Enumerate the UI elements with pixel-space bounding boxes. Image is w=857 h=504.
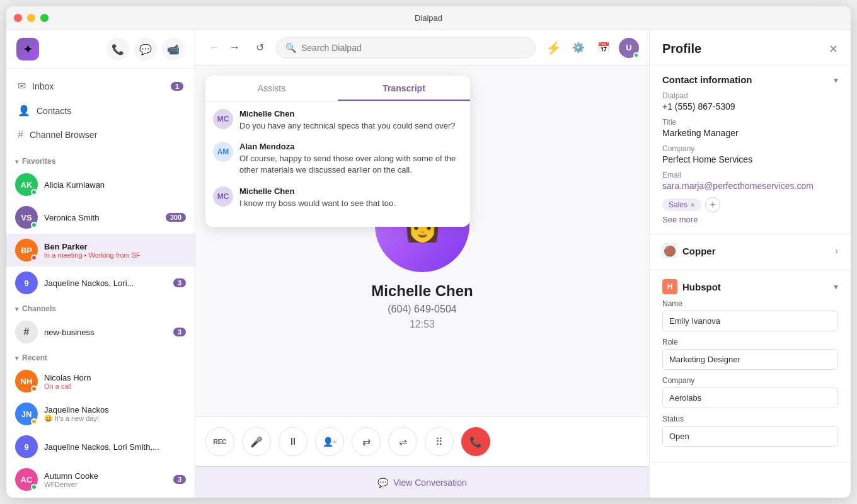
contact-info: Veronica Smith [44,213,159,222]
hubspot-status-label: Status [662,415,838,423]
reload-button[interactable]: ↺ [251,39,268,57]
sidebar-item-inbox[interactable]: ✉ Inbox 1 [6,74,195,98]
recent-item-jaqueline[interactable]: JN Jaqueline Nackos 😄 It's a new day! [6,398,195,430]
forward-button[interactable]: → [226,39,243,57]
transcript-message-2: AM Alan Mendoza Of course, happy to send… [213,142,463,176]
recent-item-sarah[interactable]: SM Sarah McKenzie OOO 7/11 — 7/15 [6,496,195,498]
favorite-item-veronica[interactable]: VS Veronica Smith 300 [6,201,195,234]
favorite-item-jaqueline-group[interactable]: 9 Jaqueline Nackos, Lori... 3 [6,266,195,299]
status-indicator [31,222,37,228]
message-sender: Alan Mendoza [239,142,463,151]
status-indicator [31,386,37,392]
sidebar-item-contacts[interactable]: 👤 Contacts [6,98,195,123]
hubspot-company-input[interactable] [662,387,838,408]
sidebar-action-buttons: 📞 💬 📹 [106,38,185,60]
hubspot-role-input[interactable] [662,349,838,370]
ai-button[interactable]: ⚡ [543,38,563,58]
hubspot-chevron-icon: ▾ [834,282,838,292]
hubspot-status-input[interactable] [662,426,838,447]
phone-action-btn[interactable]: 📞 [106,38,129,60]
favorite-item-alicia[interactable]: AK Alicia Kurniawan [6,168,195,201]
transfer-button[interactable]: ⇄ [352,427,381,456]
see-more-link[interactable]: See more [662,215,698,224]
add-tag-button[interactable]: + [705,197,720,212]
hubspot-name-input[interactable] [662,311,838,331]
sidebar-scroll: ▾ Favorites AK Alicia Kurniawan VS [6,152,195,498]
channel-icon: # [15,321,38,343]
chat-action-btn[interactable]: 💬 [134,38,157,60]
favorites-section-header[interactable]: ▾ Favorites [6,152,195,168]
video-action-btn[interactable]: 📹 [162,38,185,60]
end-call-button[interactable]: 📞 [461,427,490,456]
contact-name: Alicia Kurniawan [44,180,186,190]
tag-sales: Sales ✕ [662,198,701,211]
favorite-item-ben[interactable]: BP Ben Parker In a meeting • Working fro… [6,234,195,266]
calendar-button[interactable]: 📅 [594,38,614,58]
contact-name: Jaqueline Nackos, Lori... [44,278,167,288]
contact-info-title: Contact information [662,74,752,85]
ai-icon: ⚡ [546,40,561,55]
close-profile-button[interactable]: ✕ [829,42,838,56]
email-value[interactable]: sara.marja@perfecthomeservices.com [662,181,838,191]
transcript-message-1: MC Michelle Chen Do you have any technic… [213,109,463,132]
main-layout: ✦ 📞 💬 📹 ✉ Inbox 1 👤 Contacts [6,30,851,498]
contact-name: Jaqueline Nackos, Lori Smith,... [44,442,186,452]
recent-section-header[interactable]: ▾ Recent [6,348,195,365]
view-conversation-bar[interactable]: 💬 View Conversation [195,466,649,498]
channel-item-new-business[interactable]: # new-business 3 [6,316,195,348]
unread-badge: 3 [173,278,186,287]
search-icon: 🔍 [285,43,296,53]
channels-section-header[interactable]: ▾ Channels [6,299,195,316]
contact-info: new-business [44,328,167,337]
recent-item-nicolas[interactable]: NH Nicolas Horn On a call [6,365,195,398]
hubspot-integration-header[interactable]: H Hubspot ▾ [662,279,838,294]
recent-item-jaqueline-group[interactable]: 9 Jaqueline Nackos, Lori Smith,... [6,430,195,463]
contact-name: Autumn Cooke [44,471,167,481]
message-content: Alan Mendoza Of course, happy to send th… [239,142,463,176]
record-button[interactable]: REC [205,427,234,456]
swap-button[interactable]: ⇌ [388,427,417,456]
contact-status: In a meeting • Working from SF [44,251,186,259]
title-field: Title Marketing Manager [662,118,838,138]
transcript-messages: MC Michelle Chen Do you have any technic… [205,101,470,227]
tab-transcript[interactable]: Transcript [338,76,470,101]
contact-info: Alicia Kurniawan [44,180,186,190]
view-conversation-label: View Conversation [393,478,466,488]
unread-badge: 300 [166,213,186,222]
back-button[interactable]: ← [205,39,223,57]
contact-name: Jaqueline Nackos [44,405,186,415]
status-indicator [31,255,37,261]
call-area: Assists Transcript MC Michelle Chen Do y… [195,66,649,416]
unread-badge: 3 [173,475,186,484]
window-title: Dialpad [415,13,442,23]
maximize-window-btn[interactable] [40,14,49,22]
top-bar: ← → ↺ 🔍 ⚡ ⚙️ 📅 U [195,30,649,66]
minimize-window-btn[interactable] [27,14,35,22]
hold-button[interactable]: ⏸ [279,427,308,456]
sidebar: ✦ 📞 💬 📹 ✉ Inbox 1 👤 Contacts [6,30,195,498]
transcript-message-3: MC Michelle Chen I know my boss would wa… [213,186,463,209]
recent-item-autumn[interactable]: AC Autumn Cooke WFDenver 3 [6,463,195,496]
tag-remove-icon[interactable]: ✕ [690,202,695,209]
close-window-btn[interactable] [14,14,22,22]
app-window: Dialpad ✦ 📞 💬 📹 ✉ Inbox 1 [6,6,851,498]
settings-button[interactable]: ⚙️ [568,38,589,58]
call-controls: REC 🎤 ⏸ 👤+ ⇄ ⇌ ⠿ 📞 [195,416,649,466]
avatar: VS [15,206,38,229]
copper-integration-section: 🟤 Copper › [650,234,851,270]
tab-assists[interactable]: Assists [205,76,338,101]
profile-scroll: Contact information ▾ Dialpad +1 (555) 8… [650,66,851,498]
copper-integration-header[interactable]: 🟤 Copper › [662,243,838,258]
message-avatar: MC [213,109,233,129]
title-value: Marketing Manager [662,128,838,138]
user-avatar[interactable]: U [619,38,639,58]
search-input[interactable] [301,43,526,53]
message-avatar: MC [213,186,233,207]
add-person-button[interactable]: 👤+ [315,427,344,456]
sidebar-item-channel-browser[interactable]: # Channel Browser [6,123,195,147]
mute-button[interactable]: 🎤 [242,427,271,456]
caller-name: Michelle Chen [371,282,473,300]
keypad-button[interactable]: ⠿ [425,427,454,456]
profile-panel: Profile ✕ Contact information ▾ Dialpad … [649,30,851,498]
contact-info-header[interactable]: Contact information ▾ [662,74,838,85]
